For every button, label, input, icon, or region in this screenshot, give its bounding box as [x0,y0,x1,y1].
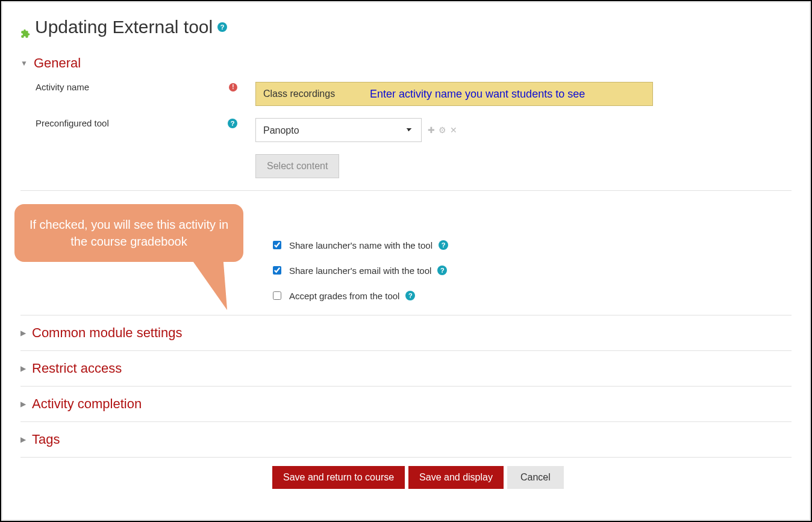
plus-icon[interactable]: ✚ [428,125,435,135]
section-common-module-heading: Common module settings [32,325,182,341]
divider [20,190,792,191]
help-icon[interactable]: ? [217,22,227,32]
share-name-checkbox[interactable] [273,241,281,249]
help-icon[interactable]: ? [405,291,415,300]
preconfigured-tool-select[interactable]: Panopto [255,118,422,142]
section-restrict-heading: Restrict access [32,361,122,376]
save-display-button[interactable]: Save and display [408,466,504,489]
chevron-right-icon: ▶ [20,400,26,408]
gear-icon[interactable]: ⚙ [439,125,446,135]
section-restrict-access[interactable]: ▶ Restrict access [20,350,792,386]
chevron-down-icon: ▼ [20,59,28,67]
accept-grades-label: Accept grades from the tool [289,291,399,301]
help-icon[interactable]: ? [437,266,447,275]
save-return-button[interactable]: Save and return to course [272,466,405,489]
share-name-label: Share launcher's name with the tool [289,240,433,250]
section-completion-heading: Activity completion [32,396,142,412]
chevron-right-icon: ▶ [20,435,26,444]
chevron-right-icon: ▶ [20,329,26,337]
activity-name-input[interactable] [255,82,653,106]
share-email-label: Share launcher's email with the tool [289,266,431,276]
callout-gradebook: If checked, you will see this activity i… [14,204,243,262]
page-title-text: Updating External tool [35,17,213,37]
section-general-toggle[interactable]: ▼ General [20,55,792,71]
cancel-button[interactable]: Cancel [507,466,564,489]
section-tags[interactable]: ▶ Tags [20,421,792,457]
preconfigured-tool-label: Preconfigured tool [36,118,109,128]
required-icon: ! [229,83,237,92]
page-title: Updating External tool ? [20,17,792,37]
section-tags-heading: Tags [32,432,60,447]
activity-name-label: Activity name [36,82,89,92]
section-general-heading: General [34,55,81,71]
help-icon[interactable]: ? [228,119,237,128]
chevron-right-icon: ▶ [20,364,26,373]
callout-text: If checked, you will see this activity i… [30,218,228,248]
section-common-module[interactable]: ▶ Common module settings [20,315,792,350]
puzzle-icon [20,22,30,32]
close-icon[interactable]: ✕ [450,125,457,135]
help-icon[interactable]: ? [439,240,448,250]
section-activity-completion[interactable]: ▶ Activity completion [20,386,792,421]
select-content-button[interactable]: Select content [255,154,339,178]
accept-grades-checkbox[interactable] [273,291,281,300]
share-email-checkbox[interactable] [273,266,281,275]
